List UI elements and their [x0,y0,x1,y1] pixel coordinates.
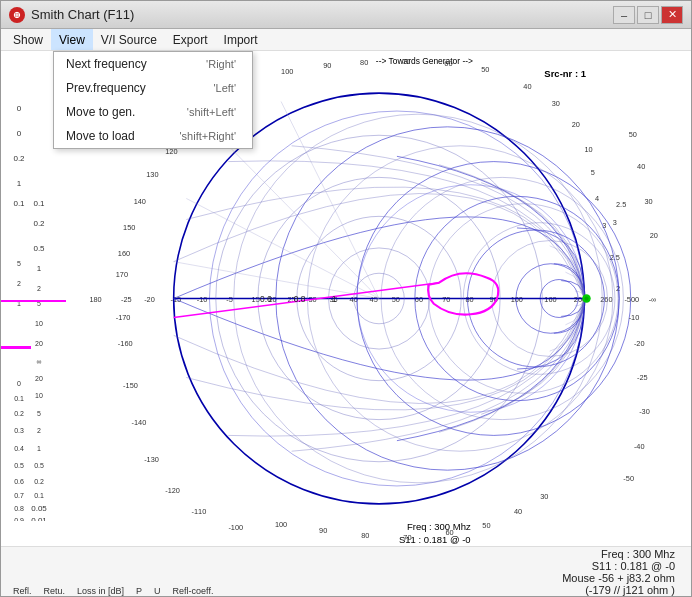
svg-text:4: 4 [595,194,599,203]
svg-text:0.1: 0.1 [33,199,45,208]
close-button[interactable]: ✕ [661,6,683,24]
svg-text:0.8: 0.8 [294,294,306,304]
svg-text:170: 170 [116,270,128,279]
svg-rect-17 [1,346,31,349]
svg-line-110 [281,102,379,299]
svg-text:-120: -120 [165,486,180,495]
svg-text:--> Towards Generator -->: --> Towards Generator --> [376,56,473,66]
svg-text:1: 1 [332,294,337,304]
svg-text:0.01: 0.01 [31,516,47,521]
svg-text:80: 80 [465,295,473,304]
view-dropdown: Next frequency 'Right' Prev.frequency 'L… [53,51,253,149]
svg-text:3: 3 [613,218,617,227]
svg-text:160: 160 [544,295,556,304]
menu-show[interactable]: Show [5,29,51,50]
svg-text:S11 : 0.181 @ -0: S11 : 0.181 @ -0 [399,534,471,545]
svg-text:5: 5 [591,168,595,177]
svg-text:0.9: 0.9 [14,517,24,521]
svg-text:-30: -30 [639,407,650,416]
svg-text:0.2: 0.2 [13,154,25,163]
menu-item-next-freq-label: Next frequency [66,57,147,71]
title-bar: ⊕ Smith Chart (F11) – □ ✕ [1,1,691,29]
menu-item-next-freq[interactable]: Next frequency 'Right' [54,52,252,76]
svg-text:50: 50 [392,295,400,304]
s11-status: S11 : 0.181 @ -0 [562,560,675,572]
svg-point-116 [584,296,588,300]
svg-text:0.2: 0.2 [14,410,24,417]
return-loss-label: Retu. [44,586,66,596]
menu-item-prev-freq[interactable]: Prev.frequency 'Left' [54,76,252,100]
svg-text:1: 1 [37,264,42,273]
menu-item-move-load-shortcut: 'shift+Right' [180,130,236,142]
svg-text:30: 30 [540,492,548,501]
svg-text:0: 0 [17,104,22,113]
menu-vi-source[interactable]: V/I Source [93,29,165,50]
menu-item-move-gen-label: Move to gen. [66,105,135,119]
window-controls: – □ ✕ [613,6,683,24]
svg-text:15: 15 [252,295,260,304]
svg-text:-∞: -∞ [649,295,657,304]
mouse2-status: (-179 // j121 ohm ) [562,584,675,596]
svg-text:40: 40 [514,507,522,516]
menu-item-prev-freq-label: Prev.frequency [66,81,146,95]
svg-line-112 [186,198,379,298]
svg-text:0.5: 0.5 [33,244,45,253]
svg-text:50: 50 [482,521,490,530]
svg-text:10: 10 [35,392,43,399]
svg-text:2: 2 [17,280,21,287]
svg-text:-140: -140 [132,418,147,427]
svg-text:60: 60 [444,59,452,68]
svg-text:-5: -5 [226,295,233,304]
svg-text:-160: -160 [118,339,133,348]
svg-text:100: 100 [281,67,293,76]
svg-text:2: 2 [37,285,41,292]
svg-text:100: 100 [511,295,523,304]
svg-text:0.3: 0.3 [14,427,24,434]
menu-view[interactable]: View [51,29,93,50]
svg-text:-25: -25 [121,295,132,304]
svg-text:40: 40 [523,82,531,91]
menu-item-move-load[interactable]: Move to load 'shift+Right' [54,124,252,148]
menu-item-next-freq-shortcut: 'Right' [206,58,236,70]
svg-text:0.7: 0.7 [14,492,24,499]
menu-export[interactable]: Export [165,29,216,50]
window-title: Smith Chart (F11) [31,7,134,22]
svg-text:0.05: 0.05 [31,504,47,513]
svg-text:Src-nr : 1: Src-nr : 1 [544,68,586,79]
svg-text:5: 5 [37,410,41,417]
svg-text:90: 90 [323,61,331,70]
main-window: ⊕ Smith Chart (F11) – □ ✕ Show View V/I … [0,0,692,597]
svg-text:-130: -130 [144,455,159,464]
svg-text:0.5: 0.5 [34,462,44,469]
svg-text:50: 50 [629,130,637,139]
svg-text:260: 260 [600,295,612,304]
svg-text:0.6: 0.6 [14,478,24,485]
svg-text:100: 100 [275,520,287,529]
refl-loss-label: Refl. [13,586,32,596]
menu-item-move-load-label: Move to load [66,129,135,143]
menu-item-move-gen[interactable]: Move to gen. 'shift+Left' [54,100,252,124]
svg-text:-40: -40 [634,442,645,451]
svg-text:20: 20 [35,375,43,382]
svg-text:0.6: 0.6 [260,294,272,304]
svg-text:90: 90 [319,526,327,535]
svg-text:0.2: 0.2 [34,478,44,485]
loss-db-label: Loss in [dB] [77,586,124,596]
svg-text:180: 180 [89,295,101,304]
svg-text:160: 160 [118,249,130,258]
minimize-button[interactable]: – [613,6,635,24]
svg-text:10: 10 [584,145,592,154]
svg-text:-110: -110 [192,507,207,516]
menu-import[interactable]: Import [216,29,266,50]
svg-text:20: 20 [650,231,658,240]
svg-text:2.5: 2.5 [616,200,626,209]
svg-text:0.5: 0.5 [14,462,24,469]
svg-text:1: 1 [37,445,41,452]
svg-text:2: 2 [37,427,41,434]
svg-text:5: 5 [17,260,21,267]
svg-text:0.4: 0.4 [14,445,24,452]
svg-text:140: 140 [134,197,146,206]
svg-text:30: 30 [644,197,652,206]
svg-text:∞: ∞ [37,358,42,365]
maximize-button[interactable]: □ [637,6,659,24]
